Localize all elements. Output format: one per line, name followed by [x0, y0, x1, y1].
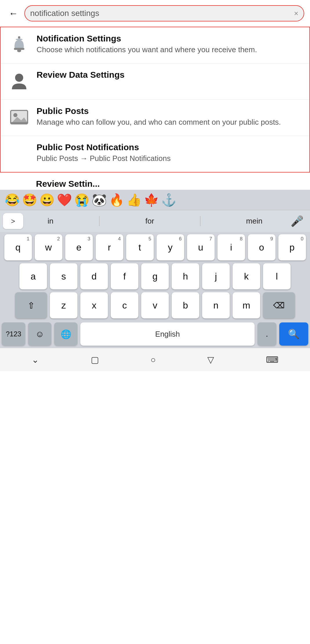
key-rows: 1q 2w 3e 4r 5t 6y 7u 8i 9o 0p a s d f g … — [0, 232, 310, 320]
search-icon: 🔍 — [288, 329, 300, 340]
circle-icon: ○ — [151, 355, 156, 364]
keyboard-bottom-bar: ?123 ☺ 🌐 English . 🔍 — [0, 320, 310, 348]
suggestion-bar: > in for mein 🎤 — [0, 210, 310, 232]
partial-title: Review Settin... — [36, 179, 100, 189]
emoji-cry[interactable]: 😭 — [74, 193, 89, 207]
nav-triangle-button[interactable]: ▽ — [202, 352, 220, 367]
key-u[interactable]: 7u — [187, 234, 215, 260]
public-post-notifs-text: Public Post Notifications Public Posts →… — [37, 142, 302, 164]
triangle-icon: ▽ — [207, 355, 214, 364]
emoji-laughing[interactable]: 😂 — [5, 193, 20, 207]
key-a[interactable]: a — [19, 263, 47, 289]
clear-button[interactable]: × — [294, 9, 298, 18]
globe-icon: 🌐 — [61, 329, 71, 339]
expand-suggestions-button[interactable]: > — [3, 213, 23, 229]
navigation-bar: ⌄ ▢ ○ ▽ ⌨ — [0, 348, 310, 371]
emoji-switch-key[interactable]: ☺ — [28, 322, 51, 346]
key-b[interactable]: b — [172, 292, 199, 318]
key-o[interactable]: 9o — [248, 234, 275, 260]
key-t[interactable]: 5t — [126, 234, 154, 260]
emoji-maple[interactable]: 🍁 — [144, 193, 159, 207]
suggestion-in[interactable]: in — [45, 217, 56, 226]
key-f[interactable]: f — [111, 263, 138, 289]
key-q[interactable]: 1q — [4, 234, 32, 260]
key-z[interactable]: z — [50, 292, 77, 318]
nav-square-button[interactable]: ▢ — [85, 352, 105, 367]
key-g[interactable]: g — [141, 263, 169, 289]
divider-1 — [99, 216, 99, 226]
nav-keyboard-button[interactable]: ⌨ — [260, 352, 284, 367]
search-input[interactable] — [30, 9, 291, 18]
key-x[interactable]: x — [80, 292, 108, 318]
backspace-key[interactable]: ⌫ — [263, 292, 295, 318]
mic-button[interactable]: 🎤 — [287, 213, 307, 229]
key-row-2: a s d f g h j k l — [2, 263, 308, 289]
globe-key[interactable]: 🌐 — [54, 322, 77, 346]
public-post-notifs-title: Public Post Notifications — [37, 142, 302, 152]
keyboard: 😂 🤩 😀 ❤️ 😭 🐼 🔥 👍 🍁 ⚓ > in for mein 🎤 1q — [0, 190, 310, 348]
num-key[interactable]: ?123 — [2, 322, 25, 346]
result-public-post-notifs[interactable]: Public Post Notifications Public Posts →… — [1, 136, 309, 172]
emoji-thumbsup[interactable]: 👍 — [126, 193, 142, 207]
svg-rect-10 — [11, 122, 28, 124]
search-key[interactable]: 🔍 — [279, 322, 308, 346]
emoji-anchor[interactable]: ⚓ — [161, 193, 176, 207]
key-h[interactable]: h — [172, 263, 199, 289]
partial-item[interactable]: Review Settin... — [0, 173, 310, 190]
result-review-data[interactable]: Review Data Settings — [1, 64, 309, 100]
key-c[interactable]: c — [111, 292, 138, 318]
key-s[interactable]: s — [50, 263, 77, 289]
search-box[interactable]: × — [24, 5, 304, 21]
emoji-panda[interactable]: 🐼 — [92, 193, 107, 207]
bell-icon — [8, 34, 31, 57]
key-i[interactable]: 8i — [217, 234, 245, 260]
emoji-kiss[interactable]: 🤩 — [22, 193, 37, 207]
notification-settings-title: Notification Settings — [37, 34, 302, 43]
svg-point-4 — [15, 74, 23, 82]
suggestion-for[interactable]: for — [142, 217, 157, 226]
emoji-heart[interactable]: ❤️ — [57, 193, 72, 207]
key-v[interactable]: v — [141, 292, 169, 318]
key-k[interactable]: k — [233, 263, 260, 289]
period-label: . — [266, 329, 268, 339]
header: ← × — [0, 0, 310, 27]
smiley-icon: ☺ — [35, 329, 44, 339]
back-button[interactable]: ← — [6, 7, 21, 20]
image-icon — [8, 106, 31, 129]
key-l[interactable]: l — [263, 263, 291, 289]
placeholder-icon — [8, 142, 31, 166]
nav-down-button[interactable]: ⌄ — [26, 352, 45, 367]
emoji-grin[interactable]: 😀 — [39, 193, 55, 207]
result-notification-settings[interactable]: Notification Settings Choose which notif… — [1, 27, 309, 64]
key-d[interactable]: d — [80, 263, 108, 289]
emoji-bar: 😂 🤩 😀 ❤️ 😭 🐼 🔥 👍 🍁 ⚓ — [0, 190, 310, 210]
key-r[interactable]: 4r — [96, 234, 123, 260]
mic-icon: 🎤 — [291, 215, 304, 227]
key-n[interactable]: n — [202, 292, 230, 318]
svg-point-3 — [18, 36, 20, 39]
key-p[interactable]: 0p — [278, 234, 306, 260]
spacebar[interactable]: English — [80, 322, 255, 346]
suggestion-mein[interactable]: mein — [243, 217, 265, 226]
svg-point-2 — [17, 49, 21, 52]
expand-icon: > — [11, 217, 15, 225]
key-row-1: 1q 2w 3e 4r 5t 6y 7u 8i 9o 0p — [2, 234, 308, 260]
key-e[interactable]: 3e — [65, 234, 93, 260]
person-icon — [8, 70, 31, 93]
suggestions-area: in for mein — [23, 216, 287, 226]
notification-settings-desc: Choose which notifications you want and … — [37, 45, 302, 55]
emoji-fire[interactable]: 🔥 — [109, 193, 124, 207]
result-public-posts[interactable]: Public Posts Manage who can follow you, … — [1, 100, 309, 136]
key-row-3: ⇧ z x c v b n m ⌫ — [2, 292, 308, 318]
divider-2 — [200, 216, 200, 226]
public-post-notifs-desc: Public Posts → Public Post Notifications — [37, 153, 302, 164]
period-key[interactable]: . — [258, 322, 276, 346]
key-m[interactable]: m — [233, 292, 260, 318]
review-data-title: Review Data Settings — [37, 70, 302, 80]
key-j[interactable]: j — [202, 263, 230, 289]
nav-circle-button[interactable]: ○ — [145, 353, 162, 367]
key-w[interactable]: 2w — [35, 234, 62, 260]
notification-settings-text: Notification Settings Choose which notif… — [37, 34, 302, 55]
shift-key[interactable]: ⇧ — [15, 292, 47, 318]
key-y[interactable]: 6y — [157, 234, 184, 260]
